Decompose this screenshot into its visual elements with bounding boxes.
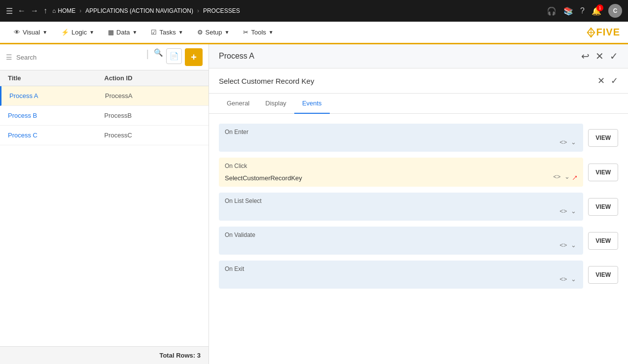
search-actions: | 🔍 📄 +: [144, 48, 203, 66]
breadcrumb-sep-1: ›: [79, 7, 81, 14]
on-click-value: SelectCustomerRecordKey: [225, 174, 302, 182]
on-exit-label: On Exit: [225, 265, 577, 272]
five-logo-icon: [586, 27, 596, 38]
table-row[interactable]: Process C ProcessC: [0, 126, 209, 145]
search-divider: |: [144, 48, 151, 66]
right-panel: Process A ↩ ✕ ✓ Select Customer Record K…: [209, 44, 628, 364]
tab-events[interactable]: Events: [294, 94, 330, 114]
on-exit-code-icon[interactable]: <>: [558, 274, 568, 284]
add-button[interactable]: +: [185, 48, 203, 66]
search-icon[interactable]: 🔍: [154, 48, 163, 66]
detail-close-button[interactable]: ✕: [597, 75, 605, 86]
tasks-icon: ☑: [151, 29, 157, 36]
nav-tools[interactable]: ✂ Tools ▼: [237, 21, 279, 44]
nav-logic[interactable]: ⚡ Logic ▼: [55, 21, 100, 44]
left-panel: ☰ | 🔍 📄 + Title Action ID Process A Proc…: [0, 44, 209, 364]
table-body: Process A ProcessA Process B ProcessB Pr…: [0, 86, 209, 346]
back-icon[interactable]: ←: [18, 6, 26, 15]
logic-icon: ⚡: [61, 29, 69, 36]
confirm-button[interactable]: ✓: [610, 50, 618, 62]
on-exit-view-btn[interactable]: VIEW: [588, 266, 618, 284]
on-validate-inner: <> ⌄: [225, 240, 577, 250]
main-layout: ☰ | 🔍 📄 + Title Action ID Process A Proc…: [0, 44, 628, 364]
on-validate-expand-icon[interactable]: ⌄: [570, 240, 577, 250]
nav-visual-label: Visual: [23, 29, 40, 36]
nav-data[interactable]: ▦ Data ▼: [102, 21, 143, 44]
on-click-field: On Click SelectCustomerRecordKey <> ⌄ ↑: [219, 158, 583, 187]
on-click-view-btn[interactable]: VIEW: [588, 164, 618, 181]
visual-dropdown-icon: ▼: [42, 30, 47, 35]
table-row[interactable]: Process A ProcessA: [0, 86, 209, 106]
event-row-on-click: On Click SelectCustomerRecordKey <> ⌄ ↑ …: [219, 158, 618, 187]
on-exit-inner: <> ⌄: [225, 274, 577, 284]
on-validate-icons: <> ⌄: [558, 240, 577, 250]
nav-setup-label: Setup: [206, 29, 222, 36]
nav-setup[interactable]: ⚙ Setup ▼: [191, 21, 236, 44]
tools-dropdown-icon: ▼: [269, 30, 274, 35]
top-bar-right: 🎧 📚 ? 🔔 1 C: [547, 4, 622, 18]
top-bar: ☰ ← → ↑ ⌂ Process A HOME › APPLICATIONS …: [0, 0, 628, 22]
on-click-code-icon[interactable]: <>: [552, 172, 561, 181]
help-icon[interactable]: ?: [580, 6, 585, 15]
breadcrumb-applications[interactable]: APPLICATIONS (ACTION NAVIGATION): [85, 7, 193, 14]
detail-confirm-button[interactable]: ✓: [611, 75, 618, 86]
nav-tasks-label: Tasks: [159, 29, 175, 36]
table-row[interactable]: Process B ProcessB: [0, 106, 209, 126]
on-enter-view-btn[interactable]: VIEW: [588, 129, 618, 147]
breadcrumb-sep-2: ›: [197, 7, 199, 14]
on-list-select-label: On List Select: [225, 198, 577, 204]
row-action-1: ProcessA: [105, 92, 201, 99]
on-validate-view-btn[interactable]: VIEW: [588, 232, 618, 250]
doc-button[interactable]: 📄: [166, 48, 182, 64]
event-row-on-exit: On Exit <> ⌄ VIEW: [219, 261, 618, 289]
on-validate-code-icon[interactable]: <>: [558, 240, 568, 250]
on-enter-icons: <> ⌄: [558, 137, 577, 147]
process-header: Process A ↩ ✕ ✓: [209, 44, 628, 68]
search-input[interactable]: [16, 54, 140, 61]
on-exit-expand-icon[interactable]: ⌄: [570, 274, 577, 284]
notification-bell[interactable]: 🔔 1: [592, 6, 601, 16]
books-icon[interactable]: 📚: [563, 6, 573, 16]
menu-icon[interactable]: ☰: [6, 6, 13, 16]
up-icon[interactable]: ↑: [43, 6, 47, 15]
headset-icon[interactable]: 🎧: [547, 6, 557, 16]
event-row-on-validate: On Validate <> ⌄ VIEW: [219, 227, 618, 255]
detail-panel: Select Customer Record Key ✕ ✓ General D…: [209, 68, 628, 364]
row-action-3: ProcessC: [105, 132, 201, 139]
nav-tasks[interactable]: ☑ Tasks ▼: [145, 21, 189, 44]
on-enter-label: On Enter: [225, 129, 577, 135]
on-list-select-expand-icon[interactable]: ⌄: [570, 206, 577, 216]
setup-icon: ⚙: [197, 29, 203, 36]
avatar[interactable]: C: [608, 4, 622, 18]
col-action-header: Action ID: [105, 74, 201, 82]
on-enter-expand-icon[interactable]: ⌄: [570, 137, 577, 147]
tools-icon: ✂: [243, 29, 248, 36]
on-exit-icons: <> ⌄: [558, 274, 577, 284]
on-list-select-view-btn[interactable]: VIEW: [588, 198, 618, 216]
events-content: On Enter <> ⌄ VIEW On Cli: [209, 114, 628, 298]
breadcrumb-home[interactable]: ⌂ Process A HOME: [52, 7, 75, 14]
setup-dropdown-icon: ▼: [225, 30, 230, 35]
on-enter-inner: <> ⌄: [225, 137, 577, 147]
second-bar: 👁 Visual ▼ ⚡ Logic ▼ ▦ Data ▼ ☑ Tasks ▼ …: [0, 22, 628, 44]
back-circle-button[interactable]: ↩: [581, 50, 590, 62]
nav-logic-label: Logic: [71, 29, 87, 36]
on-enter-code-icon[interactable]: <>: [558, 137, 568, 147]
close-button[interactable]: ✕: [595, 50, 604, 62]
top-bar-left: ☰ ← → ↑ ⌂ Process A HOME › APPLICATIONS …: [6, 6, 543, 16]
on-list-select-icons: <> ⌄: [558, 206, 577, 216]
forward-icon[interactable]: →: [31, 6, 38, 15]
breadcrumb-processes[interactable]: PROCESSES: [203, 7, 240, 14]
nav-visual[interactable]: 👁 Visual ▼: [8, 21, 53, 44]
eye-icon: 👁: [14, 29, 20, 36]
event-row-on-list-select: On List Select <> ⌄ VIEW: [219, 193, 618, 221]
row-action-2: ProcessB: [105, 112, 201, 119]
on-list-select-field: On List Select <> ⌄: [219, 193, 583, 221]
on-validate-field: On Validate <> ⌄: [219, 227, 583, 255]
tab-general[interactable]: General: [219, 94, 257, 114]
on-list-select-code-icon[interactable]: <>: [558, 206, 568, 216]
row-title-2: Process B: [8, 112, 105, 119]
on-enter-field: On Enter <> ⌄: [219, 124, 583, 152]
tab-display[interactable]: Display: [257, 94, 294, 114]
data-icon: ▦: [108, 29, 114, 36]
